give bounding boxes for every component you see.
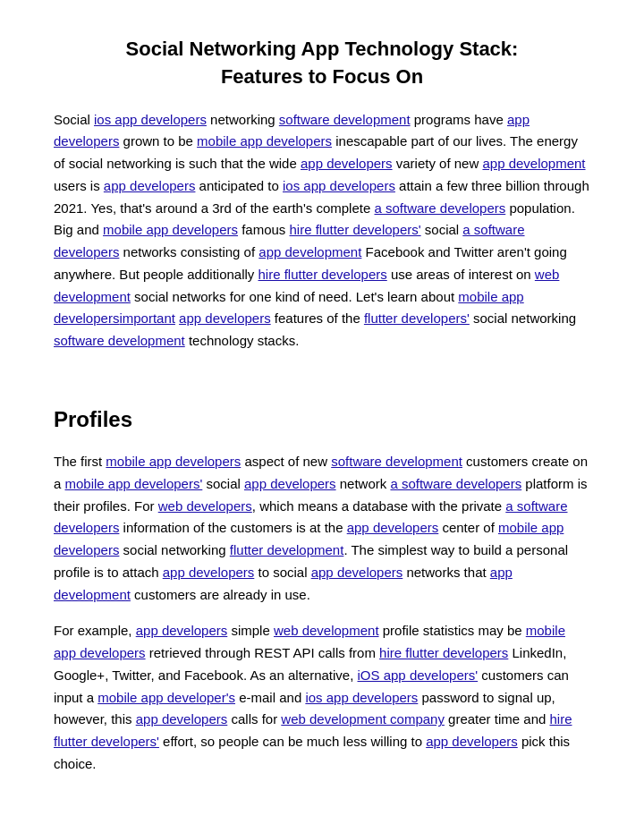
link-ios-app-developers-2[interactable]: ios app developers [283,178,395,193]
link-app-developers-7[interactable]: app developers [163,565,255,580]
link-mobile-app-developers-1[interactable]: mobile app developers [197,133,332,149]
page-title: Social Networking App Technology Stack: … [54,36,590,91]
link-flutter-development-1[interactable]: flutter development [230,542,344,557]
link-hire-flutter-1[interactable]: hire flutter developers' [290,222,421,237]
profiles-paragraph-2: For example, app developers simple web d… [54,620,590,775]
link-app-development-1[interactable]: app development [482,156,585,171]
link-app-developers-11[interactable]: app developers [426,734,518,749]
link-app-developers-9[interactable]: app developers [136,623,228,638]
link-ios-app-developers-4[interactable]: ios app developers [305,690,418,705]
link-app-developers-2[interactable]: app developers [301,156,393,171]
profiles-paragraph-1: The first mobile app developers aspect o… [54,451,590,606]
link-mobile-app-developers-5[interactable]: mobile app developers' [65,476,203,491]
link-software-development-1[interactable]: software development [279,112,411,127]
link-app-developers-5[interactable]: app developers [244,476,336,491]
intro-paragraph: Social ios app developers networking sof… [54,109,590,353]
link-app-development-2[interactable]: app development [258,244,361,259]
link-app-developers-3[interactable]: app developers [104,178,196,193]
link-software-developers-1[interactable]: a software developers [374,200,505,216]
link-software-development-3[interactable]: software development [331,454,462,469]
link-ios-app-developers-3[interactable]: iOS app developers' [358,667,479,683]
link-web-development-company-1[interactable]: web development company [281,711,445,727]
link-app-development-3[interactable]: app development [54,565,513,602]
link-hire-flutter-3[interactable]: hire flutter developers [379,645,508,660]
link-app-developers-6[interactable]: app developers [347,520,439,535]
link-software-developers-4[interactable]: a software developers [54,498,568,536]
link-app-developers-4[interactable]: app developers [179,310,271,326]
link-software-developers-3[interactable]: a software developers [390,476,521,491]
spacer-1 [54,367,590,376]
link-ios-app-developers-1[interactable]: ios app developers [94,112,207,127]
profiles-section-title: Profiles [54,403,590,437]
link-web-developers-1[interactable]: web developers [158,498,252,514]
link-app-developers-10[interactable]: app developers [136,711,228,727]
link-hire-flutter-2[interactable]: hire flutter developers [258,267,387,282]
link-mobile-app-developers-2[interactable]: mobile app developers [103,222,238,237]
page-container: Social Networking App Technology Stack: … [0,0,644,826]
link-mobile-app-developers-4[interactable]: mobile app developers [106,454,241,469]
link-mobile-app-developer-1[interactable]: mobile app developer's [97,690,235,705]
link-important[interactable]: important [119,310,175,326]
link-flutter-developers-1[interactable]: flutter developers' [364,310,470,326]
link-web-development-2[interactable]: web development [274,623,379,638]
link-software-development-2[interactable]: software development [54,333,185,348]
link-app-developers-8[interactable]: app developers [311,565,403,580]
